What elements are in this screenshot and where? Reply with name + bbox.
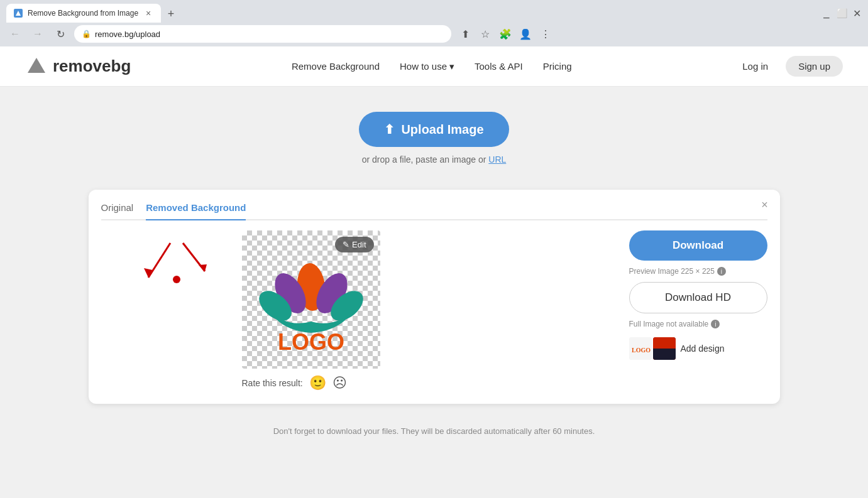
nav-pricing[interactable]: Pricing <box>543 61 572 72</box>
window-restore-button[interactable]: ⬜ <box>837 8 847 18</box>
result-card: × Original Removed Background <box>89 190 780 404</box>
add-design-label: Add design <box>681 344 725 354</box>
logo-text: removebg <box>53 57 131 76</box>
tab-removed-background[interactable]: Removed Background <box>146 202 246 220</box>
preview-info-icon[interactable]: i <box>717 267 726 276</box>
url-text: remove.bg/upload <box>95 30 160 39</box>
rate-section: Rate this result: 🙂 ☹ <box>242 375 420 391</box>
processed-image-wrap: ✎ Edit <box>242 230 420 391</box>
add-design[interactable]: LOGO Add design <box>629 335 767 362</box>
svg-marker-0 <box>16 11 21 16</box>
window-close-button[interactable]: ✕ <box>852 8 862 18</box>
svg-rect-17 <box>653 349 676 360</box>
arrow-annotation <box>101 230 227 293</box>
page-content: removebg Remove Background How to use ▾ … <box>0 46 868 494</box>
profile-icon[interactable]: 👤 <box>517 25 534 43</box>
design-thumbnails: LOGO <box>629 337 676 360</box>
navbar: removebg Remove Background How to use ▾ … <box>0 46 868 87</box>
address-bar[interactable]: 🔒 remove.bg/upload <box>74 25 451 43</box>
menu-icon[interactable]: ⋮ <box>537 25 554 43</box>
logo-svg: LOGO <box>251 240 371 359</box>
share-icon[interactable]: ⬆ <box>456 25 474 43</box>
tab-close-button[interactable]: × <box>143 8 153 18</box>
svg-marker-2 <box>29 60 44 72</box>
download-panel: Download Preview Image 225 × 225 i Downl… <box>629 230 767 362</box>
svg-point-7 <box>173 276 180 283</box>
processed-image: ✎ Edit <box>242 230 380 369</box>
logo[interactable]: removebg <box>25 55 131 78</box>
new-tab-button[interactable]: + <box>162 5 180 23</box>
upload-section: ⬆ Upload Image or drop a file, paste an … <box>0 87 868 183</box>
design-thumb-1: LOGO <box>629 337 652 360</box>
bookmark-icon[interactable]: ☆ <box>476 25 494 43</box>
download-button[interactable]: Download <box>629 230 767 261</box>
url-link[interactable]: URL <box>488 154 506 165</box>
result-section: × Original Removed Background <box>0 183 868 416</box>
original-preview <box>101 230 227 296</box>
upload-subtext: or drop a file, paste an image or URL <box>362 154 507 165</box>
window-minimize-button[interactable]: ⎯ <box>821 8 832 18</box>
nav-remove-background[interactable]: Remove Background <box>292 61 380 72</box>
design-thumb-2 <box>653 337 676 360</box>
nav-links: Remove Background How to use ▾ Tools & A… <box>292 61 572 72</box>
logo-icon <box>25 55 48 78</box>
lock-icon: 🔒 <box>82 30 91 38</box>
svg-line-3 <box>148 243 170 278</box>
card-tabs: Original Removed Background <box>101 202 767 220</box>
close-button[interactable]: × <box>757 197 772 212</box>
forward-button[interactable]: → <box>29 25 47 43</box>
hd-info: Full Image not available i <box>629 320 767 328</box>
back-button[interactable]: ← <box>6 25 24 43</box>
hd-info-icon[interactable]: i <box>711 320 720 328</box>
active-browser-tab[interactable]: Remove Background from Image × <box>6 4 161 23</box>
chevron-down-icon: ▾ <box>449 61 454 72</box>
preview-info: Preview Image 225 × 225 i <box>629 267 767 276</box>
rate-label: Rate this result: <box>242 378 303 388</box>
nav-how-to-use[interactable]: How to use ▾ <box>400 61 454 72</box>
tab-original[interactable]: Original <box>101 202 134 220</box>
svg-text:LOGO: LOGO <box>278 329 344 355</box>
svg-text:LOGO: LOGO <box>632 347 651 354</box>
footer-note: Don't forget to download your files. The… <box>0 416 868 446</box>
tab-favicon <box>14 9 23 18</box>
card-content: ✎ Edit <box>101 230 767 391</box>
nav-actions: Log in Sign up <box>732 56 843 77</box>
edit-button[interactable]: ✎ Edit <box>335 237 373 252</box>
login-button[interactable]: Log in <box>732 56 778 77</box>
upload-image-button[interactable]: ⬆ Upload Image <box>359 112 508 147</box>
tab-title: Remove Background from Image <box>28 9 138 18</box>
download-hd-button[interactable]: Download HD <box>629 282 767 313</box>
extensions-icon[interactable]: 🧩 <box>497 25 514 43</box>
refresh-button[interactable]: ↻ <box>52 25 69 43</box>
signup-button[interactable]: Sign up <box>786 56 843 77</box>
upload-icon: ⬆ <box>384 122 395 137</box>
svg-marker-6 <box>199 264 207 271</box>
happy-emoji[interactable]: 🙂 <box>309 375 326 391</box>
nav-tools-api[interactable]: Tools & API <box>475 61 523 72</box>
sad-emoji[interactable]: ☹ <box>332 375 347 391</box>
